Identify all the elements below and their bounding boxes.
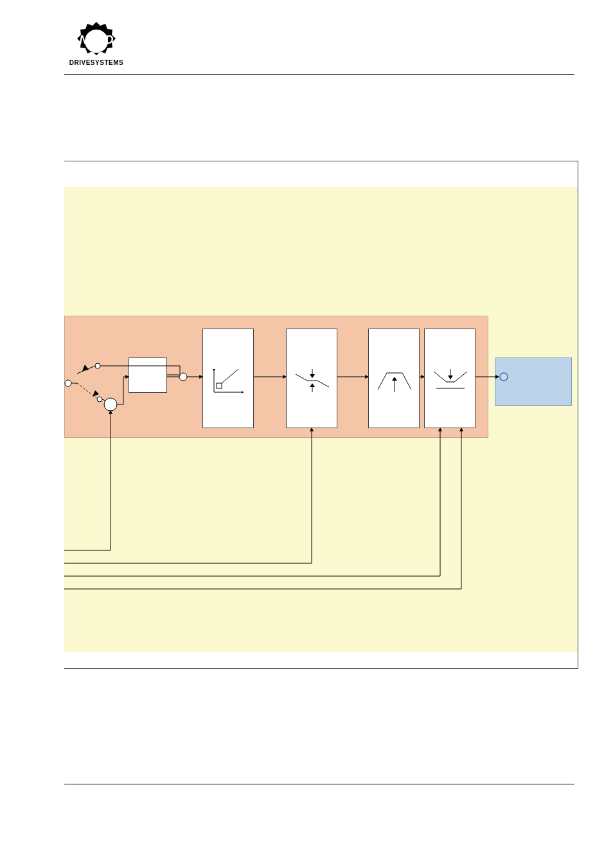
logo-subtitle: DRIVESYSTEMS bbox=[64, 59, 129, 66]
header-divider bbox=[64, 74, 574, 75]
pi-controller-block bbox=[129, 357, 167, 393]
diagram-frame bbox=[64, 161, 578, 669]
footer-divider bbox=[64, 784, 574, 784]
nord-logo: NORD DRIVESYSTEMS bbox=[64, 19, 129, 66]
limiter-block bbox=[424, 329, 475, 428]
clamp-block bbox=[286, 329, 337, 428]
deadband-block bbox=[202, 329, 254, 428]
svg-rect-0 bbox=[217, 383, 222, 388]
logo-brand-text: NORD bbox=[80, 33, 114, 46]
output-block bbox=[495, 357, 572, 406]
ramp-block bbox=[368, 329, 420, 428]
